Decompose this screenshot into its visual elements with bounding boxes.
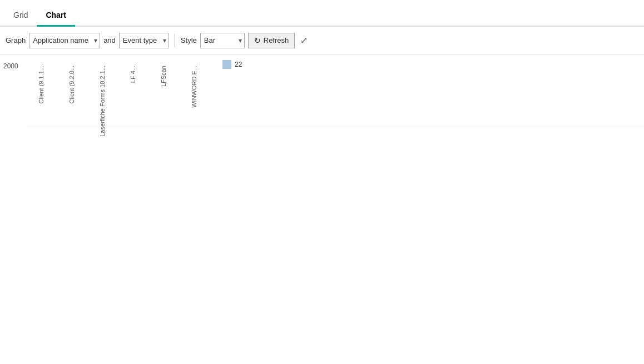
legend-value: 22 <box>235 61 242 68</box>
style-select-wrapper[interactable]: Bar Line Pie <box>200 33 245 48</box>
y-axis-label: 2000 <box>3 62 18 70</box>
event-type-select-wrapper[interactable]: Event type Option A Option B <box>119 33 169 48</box>
grid-line <box>27 127 644 127</box>
tab-grid[interactable]: Grid <box>4 5 37 27</box>
chart-area: 2000 Client (9.1.1... Client (9.2.0... L… <box>0 54 644 364</box>
legend-color-box <box>222 60 231 69</box>
refresh-button[interactable]: ↻ Refresh <box>248 33 295 48</box>
and-label: and <box>103 36 116 44</box>
chart-toolbar: Graph Application name Option 2 Option 3… <box>0 27 644 54</box>
app-name-select[interactable]: Application name Option 2 Option 3 <box>29 33 100 48</box>
tab-bar: Grid Chart <box>0 0 644 27</box>
event-type-select[interactable]: Event type Option A Option B <box>119 33 169 48</box>
refresh-icon: ↻ <box>254 36 261 45</box>
expand-icon: ⤢ <box>300 35 308 46</box>
style-label: Style <box>181 36 197 44</box>
toolbar-divider <box>175 34 175 47</box>
expand-button[interactable]: ⤢ <box>298 33 310 48</box>
app-name-select-wrapper[interactable]: Application name Option 2 Option 3 <box>29 33 100 48</box>
tab-chart[interactable]: Chart <box>37 5 75 27</box>
refresh-label: Refresh <box>264 36 289 44</box>
style-select[interactable]: Bar Line Pie <box>200 33 245 48</box>
chart-legend: 22 <box>222 60 242 69</box>
graph-label: Graph <box>6 36 26 44</box>
